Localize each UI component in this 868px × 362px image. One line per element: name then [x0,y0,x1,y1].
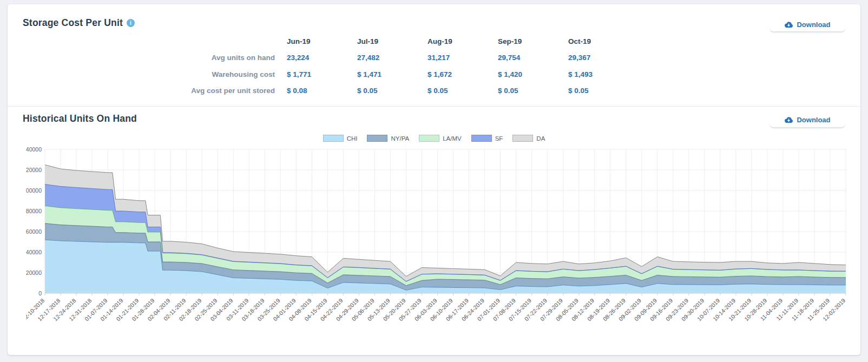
storage-cost-table: Jun-19Jul-19Aug-19Sep-19Oct-19Avg units … [23,34,845,100]
column-header: Sep-19 [494,34,564,50]
legend-item-LA/MV[interactable]: LA/MV [419,135,462,142]
row-label: Avg units on hand [23,50,282,67]
column-header: Jun-19 [282,34,353,50]
historical-units-section: Historical Units On Hand Download CHI NY… [23,107,845,337]
svg-text:120000: 120000 [26,166,42,173]
download-button-label: Download [797,116,830,124]
storage-cost-section: Storage Cost Per Unit i Download Jun-19J… [23,4,845,100]
page-title: Storage Cost Per Unit i [23,17,135,29]
legend-item-DA[interactable]: DA [512,135,545,142]
info-icon[interactable]: i [127,19,135,27]
cell-value: $ 0.05 [353,83,423,100]
row-label: Avg cost per unit stored [23,83,282,100]
section-title-storage-cost: Storage Cost Per Unit [23,17,123,29]
svg-text:80000: 80000 [26,207,42,214]
svg-text:140000: 140000 [26,146,42,152]
row-label: Warehousing cost [23,67,282,83]
svg-text:20000: 20000 [26,269,42,275]
cell-value: 27,482 [353,50,423,67]
legend-item-NY/PA[interactable]: NY/PA [367,135,409,142]
legend-label: DA [536,135,545,142]
chart-legend: CHI NY/PA LA/MV SF DA [23,134,845,143]
legend-swatch [471,135,492,142]
cell-value: $ 1,471 [353,67,423,83]
cell-value: 29,367 [564,50,634,67]
cell-value: $ 1,672 [423,67,494,83]
svg-text:40000: 40000 [26,248,42,255]
legend-item-CHI[interactable]: CHI [323,135,358,142]
legend-swatch [367,135,387,142]
column-header: Jul-19 [353,34,423,50]
cell-value: $ 1,493 [564,67,634,83]
historical-units-chart: 0200004000060000800001000001200001400001… [26,144,845,337]
download-button-label: Download [797,21,830,29]
cell-value: $ 0.05 [494,83,564,100]
cell-value: 29,754 [494,50,564,67]
cell-value: $ 0.08 [282,83,353,100]
legend-swatch [323,135,344,142]
column-header: Aug-19 [423,34,494,50]
legend-label: SF [495,135,503,142]
cloud-download-icon [784,21,793,28]
table-corner [23,34,282,50]
svg-text:60000: 60000 [26,228,42,234]
download-button-storage[interactable]: Download [770,17,845,32]
legend-swatch [419,135,439,142]
cell-value: 31,217 [423,50,494,67]
cell-value: $ 1,420 [494,67,564,83]
legend-swatch [512,135,533,142]
cell-value: $ 1,771 [282,67,353,83]
cloud-download-icon [784,116,793,123]
dashboard-card: Storage Cost Per Unit i Download Jun-19J… [8,4,860,355]
svg-text:0: 0 [38,289,42,296]
legend-label: CHI [347,135,358,142]
cell-value: $ 0.05 [423,83,494,100]
legend-label: NY/PA [391,135,409,142]
legend-item-SF[interactable]: SF [471,135,503,142]
stacked-area-chart-svg: 0200004000060000800001000001200001400001… [26,144,849,335]
page-background: { "storage_section": { "title": "Storage… [0,0,868,362]
download-button-historical[interactable]: Download [770,113,845,128]
legend-label: LA/MV [443,135,462,142]
column-header: Oct-19 [564,34,634,50]
cell-value: $ 0.05 [564,83,634,100]
svg-text:100000: 100000 [26,187,42,193]
section-title-historical-units: Historical Units On Hand [23,113,137,124]
cell-value: 23,224 [282,50,353,67]
